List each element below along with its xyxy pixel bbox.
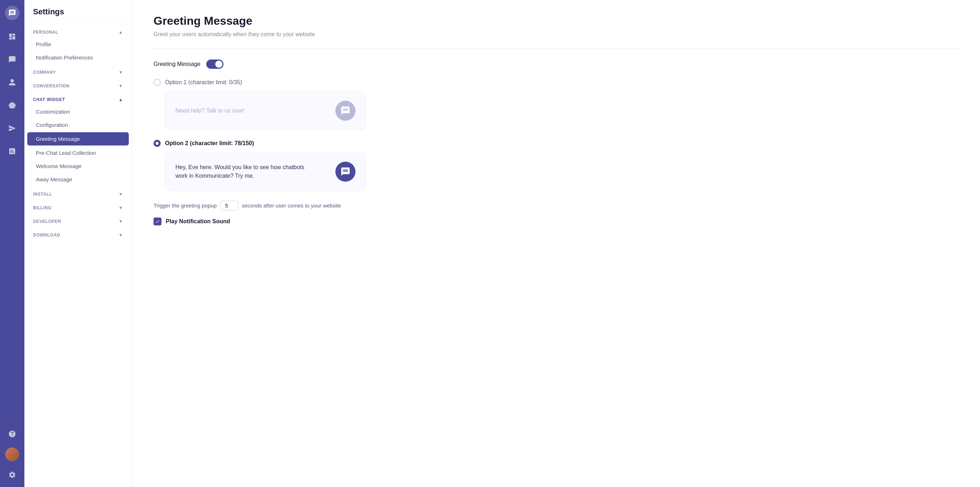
trigger-prefix: Trigger the greeting popup [154,203,217,209]
option2-text: Hey, Eve here. Would you like to see how… [175,163,312,180]
play-sound-label: Play Notification Sound [166,218,230,225]
play-sound-checkbox[interactable] [154,217,161,225]
chat-icon[interactable] [6,53,19,66]
greeting-toggle-row: Greeting Message [154,59,958,69]
nav-icon-group [6,30,19,417]
section-chat-widget[interactable]: CHAT WIDGET ▲ [24,91,132,105]
bottom-icon-group [5,428,19,481]
trigger-suffix: seconds after user comes to your website [242,203,341,209]
section-conversation[interactable]: CONVERSATION ▼ [24,78,132,91]
chevron-down-icon: ▼ [119,205,123,210]
section-download[interactable]: DOWNLOAD ▼ [24,227,132,240]
option2-radio[interactable] [154,140,161,147]
option2-header: Option 2 (character limit: 78/150) [154,140,958,147]
toggle-label: Greeting Message [154,61,200,67]
option1-bubble-icon [336,101,355,121]
option2-section: Option 2 (character limit: 78/150) Hey, … [154,140,958,190]
sidebar: Settings PERSONAL ▲ Profile Notification… [24,0,132,487]
avatar[interactable] [5,447,19,461]
sidebar-item-notification-preferences[interactable]: Notification Preferences [24,51,132,64]
divider [154,48,958,49]
sidebar-item-welcome-message[interactable]: Welcome Message [24,159,132,173]
settings-icon[interactable] [6,468,19,481]
option1-placeholder-text: Need help? Talk to us now! [175,108,244,114]
chevron-down-icon: ▼ [119,192,123,197]
section-billing[interactable]: BILLING ▼ [24,200,132,213]
option1-radio[interactable] [154,79,161,86]
app-logo-icon[interactable] [5,6,19,20]
avatar-image [5,447,19,461]
section-personal[interactable]: PERSONAL ▲ [24,24,132,38]
chevron-up-icon: ▲ [119,97,123,102]
campaigns-icon[interactable] [6,122,19,135]
dashboard-icon[interactable] [6,30,19,43]
sidebar-title: Settings [24,0,132,24]
sidebar-item-greeting-message[interactable]: Greeting Message [27,132,129,146]
chevron-down-icon: ▼ [119,84,123,89]
option1-section: Option 1 (character limit: 0/35) Need he… [154,79,958,130]
contacts-icon[interactable] [6,76,19,89]
section-developer[interactable]: DEVELOPER ▼ [24,213,132,227]
option1-header: Option 1 (character limit: 0/35) [154,79,958,86]
icon-bar [0,0,24,487]
reports-icon[interactable] [6,145,19,158]
page-title: Greeting Message [154,14,958,28]
chevron-down-icon: ▼ [119,233,123,238]
sidebar-item-pre-chat[interactable]: Pre-Chat Lead Collection [24,146,132,159]
greeting-toggle[interactable] [206,59,223,69]
sidebar-item-configuration[interactable]: Configuration [24,118,132,132]
section-company[interactable]: COMPANY ▼ [24,64,132,78]
option1-preview: Need help? Talk to us now! [165,92,366,130]
chevron-down-icon: ▼ [119,70,123,75]
play-sound-row: Play Notification Sound [154,217,958,225]
bot-icon[interactable] [6,99,19,112]
chevron-up-icon: ▲ [119,30,123,35]
section-install[interactable]: INSTALL ▼ [24,186,132,200]
option1-label: Option 1 (character limit: 0/35) [165,79,242,86]
option2-label: Option 2 (character limit: 78/150) [165,140,254,147]
sidebar-item-customization[interactable]: Customization [24,105,132,118]
chevron-down-icon: ▼ [119,219,123,224]
option2-bubble-icon [336,162,355,182]
sidebar-item-profile[interactable]: Profile [24,38,132,51]
help-icon[interactable] [6,428,19,440]
trigger-seconds-input[interactable] [220,201,238,210]
trigger-row: Trigger the greeting popup seconds after… [154,201,958,210]
sidebar-item-away-message[interactable]: Away Message [24,173,132,186]
main-content: Greeting Message Greet your users automa… [132,0,980,487]
page-subtitle: Greet your users automatically when they… [154,31,958,38]
option2-preview: Hey, Eve here. Would you like to see how… [165,153,366,190]
